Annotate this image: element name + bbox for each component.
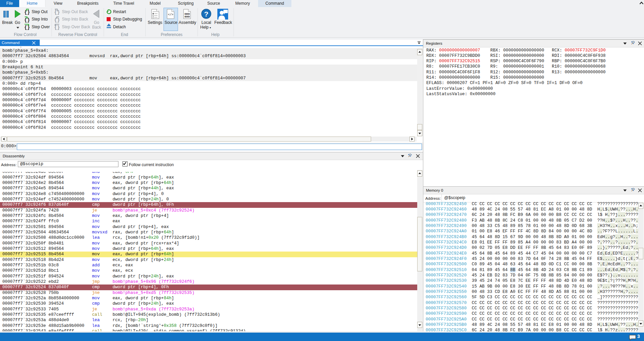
svg-text:?: ? [204, 10, 209, 18]
svg-text:{}: {} [24, 25, 30, 30]
svg-text:{}: {} [24, 10, 30, 15]
svg-text:I0I0I: I0I0I [184, 15, 190, 18]
svg-text:</>: </> [168, 13, 173, 16]
svg-text:{}: {} [54, 10, 60, 15]
